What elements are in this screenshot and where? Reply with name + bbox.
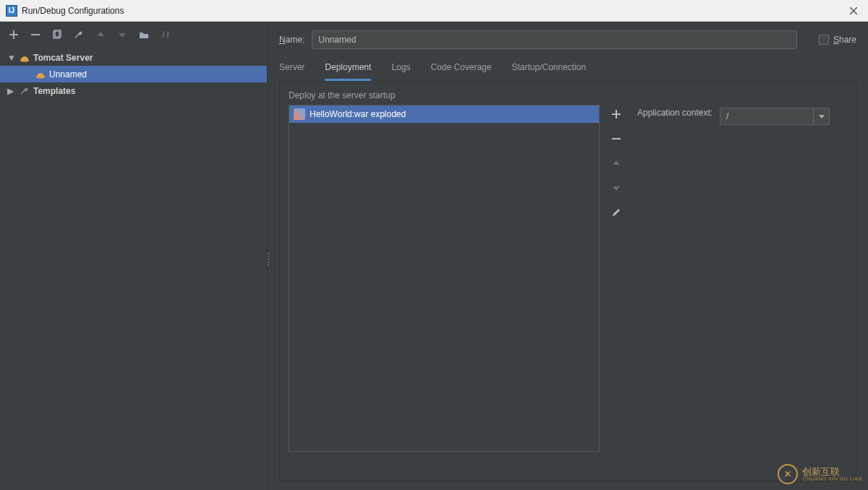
edit-icon[interactable]: [608, 205, 624, 220]
context-label: Application context:: [637, 108, 712, 118]
titlebar: IJ Run/Debug Configurations: [0, 0, 868, 22]
tree-node-unnamed[interactable]: Unnamed: [0, 66, 267, 82]
artifact-buttons: [608, 105, 629, 452]
svg-rect-3: [9, 34, 18, 35]
close-button[interactable]: [845, 2, 862, 20]
context-input[interactable]: [720, 108, 814, 125]
artifact-label: HelloWorld:war exploded: [310, 109, 406, 119]
svg-rect-4: [31, 34, 40, 35]
deploy-heading: Deploy at the server startup: [289, 90, 847, 100]
svg-marker-14: [819, 115, 825, 119]
tab-deployment[interactable]: Deployment: [325, 62, 371, 81]
share-checkbox[interactable]: Share: [819, 35, 856, 45]
svg-marker-12: [613, 160, 620, 165]
dropdown-button[interactable]: [814, 108, 830, 125]
wrench-icon[interactable]: [72, 28, 85, 41]
tabs: Server Deployment Logs Code Coverage Sta…: [268, 52, 868, 81]
config-toolbar: [0, 22, 267, 48]
tree-label: Tomcat Server: [33, 53, 93, 63]
copy-icon[interactable]: [51, 28, 64, 41]
share-label: Share: [833, 35, 856, 45]
svg-marker-13: [613, 186, 620, 191]
app-icon: IJ: [6, 5, 17, 17]
tree-label: Unnamed: [49, 69, 87, 79]
down-icon[interactable]: [608, 180, 624, 196]
artifact-icon: [294, 108, 305, 120]
context-row: Application context:: [637, 105, 830, 452]
tomcat-icon: [35, 69, 46, 80]
folder-icon[interactable]: [137, 28, 150, 41]
main-area: ▼ Tomcat Server Unnamed ▶ Templates Name…: [0, 22, 868, 490]
tree-label: Templates: [33, 86, 75, 96]
up-icon[interactable]: [608, 155, 624, 171]
wrench-icon: [19, 85, 30, 97]
tomcat-icon: [19, 52, 30, 64]
svg-marker-8: [119, 33, 126, 38]
remove-icon[interactable]: [29, 28, 42, 41]
artifact-row[interactable]: HelloWorld:war exploded: [289, 106, 599, 123]
chevron-down-icon: ▼: [7, 53, 16, 63]
left-panel: ▼ Tomcat Server Unnamed ▶ Templates: [0, 22, 268, 490]
checkbox-icon: [819, 35, 829, 45]
chevron-right-icon: ▶: [7, 86, 16, 96]
sort-icon[interactable]: [159, 28, 172, 41]
right-panel: Name: Share Server Deployment Logs Code …: [268, 22, 868, 490]
down-icon[interactable]: [116, 28, 129, 41]
up-icon[interactable]: [94, 28, 107, 41]
svg-rect-10: [612, 113, 621, 115]
tab-server[interactable]: Server: [279, 62, 305, 81]
name-label: Name:: [279, 35, 305, 45]
artifact-list[interactable]: HelloWorld:war exploded: [289, 105, 600, 452]
deployment-panel: Deploy at the server startup HelloWorld:…: [279, 81, 856, 481]
tab-startup[interactable]: Startup/Connection: [511, 62, 586, 81]
window-title: Run/Debug Configurations: [22, 6, 845, 16]
name-input[interactable]: [312, 30, 797, 49]
remove-icon[interactable]: [608, 131, 624, 147]
name-row: Name: Share: [268, 22, 868, 52]
add-icon[interactable]: [7, 28, 20, 41]
add-icon[interactable]: [608, 106, 624, 122]
tab-logs[interactable]: Logs: [391, 62, 410, 81]
svg-marker-7: [97, 32, 104, 36]
splitter-handle[interactable]: [266, 253, 271, 270]
tab-coverage[interactable]: Code Coverage: [430, 62, 491, 81]
tree-node-tomcat[interactable]: ▼ Tomcat Server: [0, 49, 267, 66]
svg-rect-11: [612, 138, 621, 139]
tree-node-templates[interactable]: ▶ Templates: [0, 82, 267, 99]
config-tree: ▼ Tomcat Server Unnamed ▶ Templates: [0, 48, 267, 490]
